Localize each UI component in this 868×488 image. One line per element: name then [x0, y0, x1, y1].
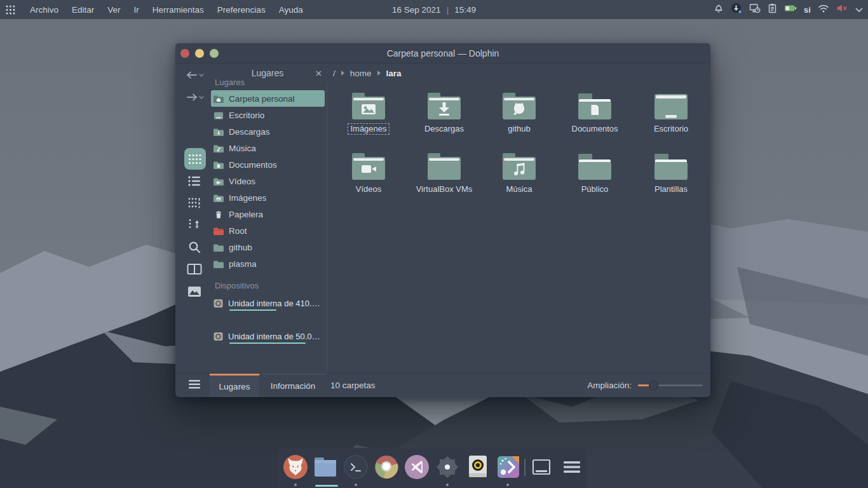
zoom-label: Ampliación: — [587, 381, 632, 390]
sort-button[interactable] — [183, 218, 206, 231]
sidebar-device-2[interactable]: Unidad interna de 50.0… — [211, 328, 325, 344]
back-button[interactable] — [183, 71, 206, 79]
breadcrumb: / home lara — [333, 64, 402, 83]
sidebar-item-documentos[interactable]: Documentos — [211, 156, 325, 173]
keyboard-layout-indicator[interactable]: si — [804, 5, 811, 15]
menu-ir[interactable]: Ir — [133, 4, 140, 16]
folder-videos[interactable]: Vídeos — [333, 152, 404, 194]
search-icon[interactable] — [183, 240, 206, 254]
harddisk-icon — [213, 298, 224, 309]
sidebar-item-root[interactable]: Root — [211, 222, 325, 239]
menu-herramientas[interactable]: Herramientas — [151, 4, 205, 16]
wifi-icon[interactable] — [818, 4, 829, 16]
free-space-bar — [229, 342, 306, 344]
breadcrumb-lara[interactable]: lara — [386, 69, 402, 78]
sidebar-item-musica[interactable]: Música — [211, 140, 325, 156]
system-tray: si — [714, 0, 863, 19]
notifications-bell-icon[interactable] — [714, 3, 724, 16]
sidebar-item-imagenes[interactable]: Imágenes — [211, 189, 325, 206]
trash-icon — [213, 210, 224, 219]
folder-view[interactable]: Imágenes Descargas github Documentos Esc… — [328, 83, 710, 373]
root-folder-icon — [213, 226, 224, 236]
sidebar-item-papelera[interactable]: Papelera — [211, 206, 325, 222]
preview-icon[interactable] — [183, 286, 206, 297]
menubar: Archivo Editar Ver Ir Herramientas Prefe… — [29, 4, 304, 16]
clock[interactable]: 16 Sep 2021 | 15:49 — [392, 0, 476, 19]
folder-github[interactable]: github — [484, 92, 555, 134]
folder-escritorio[interactable]: Escritorio — [635, 92, 707, 134]
home-folder-icon — [213, 94, 224, 104]
folder-icon — [213, 259, 224, 269]
harddisk-icon — [213, 331, 224, 342]
folder-virtualbox-vms[interactable]: VirtualBox VMs — [409, 152, 480, 194]
sidebar-item-plasma[interactable]: plasma — [211, 255, 325, 272]
breadcrumb-arrow-icon — [377, 71, 381, 76]
clock-separator: | — [447, 5, 449, 15]
sidebar-item-descargas[interactable]: Descargas — [211, 123, 325, 140]
zoom-slider-handle[interactable] — [649, 381, 658, 390]
terminal-icon[interactable] — [343, 454, 369, 480]
folder-publico[interactable]: Público — [559, 152, 630, 194]
graphics-app-icon[interactable] — [496, 454, 521, 480]
menu-editar[interactable]: Editar — [71, 4, 95, 16]
images-folder-icon — [213, 193, 224, 203]
folder-plantillas[interactable]: Plantillas — [635, 152, 707, 194]
menu-preferencias[interactable]: Preferencias — [216, 4, 267, 16]
sidebar-item-escritorio[interactable]: Escritorio — [211, 107, 325, 123]
running-indicator — [355, 484, 357, 486]
running-indicator — [294, 484, 297, 486]
icons-view-button[interactable] — [184, 148, 206, 170]
documents-folder-icon — [213, 160, 224, 170]
tab-lugares[interactable]: Lugares — [210, 374, 259, 397]
firefox-icon[interactable] — [283, 454, 308, 480]
breadcrumb-root[interactable]: / — [333, 69, 336, 78]
folder-musica[interactable]: Música — [484, 152, 555, 194]
panel-splitter[interactable] — [327, 83, 327, 373]
devices-section-label: Dispositivos — [215, 281, 323, 290]
sidebar-device-1[interactable]: Unidad interna de 410.… — [211, 295, 325, 311]
updates-icon[interactable] — [731, 3, 742, 17]
file-manager-icon[interactable] — [313, 454, 338, 480]
folder-documentos[interactable]: Documentos — [559, 92, 630, 134]
split-view-button[interactable] — [183, 263, 206, 275]
clipboard-icon[interactable] — [768, 3, 777, 16]
app-menu-icon[interactable] — [559, 454, 585, 480]
display-clock-icon[interactable] — [749, 3, 761, 16]
music-folder-icon — [213, 144, 224, 153]
dock — [278, 448, 586, 488]
settings-icon[interactable] — [435, 454, 460, 480]
places-section-label: Lugares — [215, 78, 323, 87]
running-indicator — [446, 484, 449, 486]
show-desktop-icon[interactable] — [529, 454, 554, 480]
statusbar: Lugares Información 10 carpetas Ampliaci… — [175, 373, 710, 397]
app-grid-icon[interactable] — [5, 4, 16, 15]
menu-ver[interactable]: Ver — [106, 4, 121, 16]
volume-muted-icon[interactable] — [836, 3, 848, 16]
chevron-down-icon[interactable] — [855, 4, 863, 15]
breadcrumb-home[interactable]: home — [350, 69, 372, 78]
compact-view-button[interactable] — [183, 196, 206, 209]
folder-descargas[interactable]: Descargas — [409, 92, 480, 134]
zoom-slider[interactable] — [638, 384, 703, 386]
folder-count-status: 10 carpetas — [330, 374, 376, 397]
top-panel: Archivo Editar Ver Ir Herramientas Prefe… — [0, 0, 868, 19]
dolphin-window: Carpeta personal — Dolphin Lugares / hom… — [175, 43, 710, 397]
battery-icon[interactable] — [784, 4, 797, 15]
sidebar-item-carpeta-personal[interactable]: Carpeta personal — [211, 90, 325, 107]
dock-separator — [524, 459, 526, 476]
menu-ayuda[interactable]: Ayuda — [278, 4, 304, 16]
desktop-icon — [213, 111, 224, 120]
details-view-button[interactable] — [183, 175, 206, 187]
folder-imagenes[interactable]: Imágenes — [333, 92, 404, 134]
tab-informacion[interactable]: Información — [259, 374, 327, 397]
folder-icon — [213, 243, 224, 252]
forward-button[interactable] — [183, 93, 206, 102]
downloads-folder-icon — [213, 127, 224, 137]
menu-archivo[interactable]: Archivo — [29, 4, 60, 16]
sidebar-item-videos[interactable]: Vídeos — [211, 173, 325, 189]
window-title: Carpeta personal — Dolphin — [175, 43, 710, 64]
sidebar-item-github[interactable]: github — [211, 239, 325, 255]
chromium-icon[interactable] — [374, 454, 399, 480]
vscodium-icon[interactable] — [404, 454, 430, 480]
media-player-icon[interactable] — [465, 454, 491, 480]
